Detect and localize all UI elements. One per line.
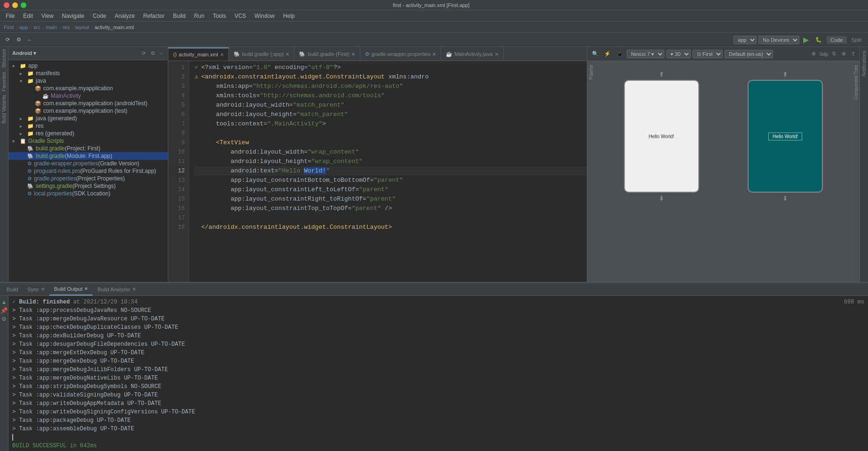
build-pin-btn[interactable]: 📌 <box>0 306 8 315</box>
debug-button[interactable]: 🐛 <box>813 36 825 44</box>
tree-item[interactable]: 🐘build.gradle (Module: First.app) <box>8 152 168 160</box>
menu-item-analyze[interactable]: Analyze <box>111 12 139 20</box>
code-line-16[interactable]: app:layout_constraintTop_toTopOf="parent… <box>195 204 587 213</box>
code-line-14[interactable]: app:layout_constraintLeft_toLeftOf="pare… <box>195 185 587 194</box>
tab-build-analyzer-close[interactable]: ✕ <box>132 287 136 292</box>
settings-button[interactable]: ⚙ <box>14 36 24 44</box>
code-line-2[interactable]: ⚠<androidx.constraintlayout.widget.Const… <box>195 72 587 82</box>
tree-item[interactable]: ⚙gradle-wrapper.properties (Gradle Versi… <box>8 160 168 167</box>
tree-item[interactable]: 📦com.example.myapplication (test) <box>8 107 168 115</box>
minimize-button[interactable] <box>12 2 18 8</box>
menu-item-run[interactable]: Run <box>190 12 208 20</box>
menu-item-navigate[interactable]: Navigate <box>58 12 88 20</box>
structure-panel-label[interactable]: Structure <box>1 47 7 70</box>
locale-select[interactable]: Default (en-us) <box>725 50 773 58</box>
split-view-button[interactable]: Split <box>848 36 865 44</box>
code-line-17[interactable] <box>195 213 587 223</box>
code-line-3[interactable]: xmlns:app="http://schemas.android.com/ap… <box>195 82 587 91</box>
component-tree-label[interactable]: Component Tree <box>853 63 859 102</box>
menu-item-build[interactable]: Build <box>169 12 189 20</box>
sync-button[interactable]: ⟳ <box>3 36 13 44</box>
tab-sync[interactable]: Sync ✕ <box>23 283 49 295</box>
tree-item[interactable]: ⚙gradle.properties (Project Properties) <box>8 175 168 182</box>
preview-zoom-btn[interactable]: ⚡ <box>602 50 613 58</box>
code-line-5[interactable]: android:layout_width="match_parent" <box>195 101 587 110</box>
tree-item[interactable]: 📦com.example.myapplication <box>8 85 168 92</box>
code-line-10[interactable]: android:layout_width="wrap_content" <box>195 148 587 157</box>
window-controls[interactable] <box>4 2 26 8</box>
build-variants-label[interactable]: Build Variants <box>1 93 7 125</box>
preview-tool1[interactable]: ⊕ <box>810 50 818 58</box>
device-preview-select[interactable]: Nexus 7 ▾ <box>627 50 664 58</box>
path-segment-5[interactable]: layout <box>75 24 89 30</box>
theme-first-select[interactable]: ⊙ First <box>693 50 723 58</box>
preview-tool2[interactable]: ⇅ <box>830 50 838 58</box>
notifications-label[interactable]: Notifications <box>861 49 867 78</box>
path-segment-4[interactable]: res <box>63 24 70 30</box>
code-line-9[interactable]: <TextView <box>195 138 587 148</box>
preview-tool3[interactable]: ⊗ <box>840 50 848 58</box>
panel-close-btn[interactable]: − <box>158 50 164 57</box>
api-select[interactable]: ▾ 30 <box>666 50 691 58</box>
tab-build[interactable]: Build <box>2 283 23 295</box>
menu-item-vcs[interactable]: VCS <box>231 12 250 20</box>
build-settings-btn[interactable]: ⚙ <box>0 315 8 323</box>
editor-tab-2[interactable]: 🐘build.gradle (First)✕ <box>294 47 360 61</box>
device-selector[interactable]: No Devices <box>758 36 799 44</box>
menu-item-file[interactable]: File <box>2 12 18 20</box>
tab-build-analyzer[interactable]: Build Analyzer ✕ <box>93 283 141 295</box>
code-line-18[interactable]: </androidx.constraintlayout.widget.Const… <box>195 223 587 232</box>
tree-item[interactable]: ☕MainActivity <box>8 92 168 100</box>
tree-item[interactable]: ⚙proguard-rules.pro (ProGuard Rules for … <box>8 167 168 175</box>
menu-item-refactor[interactable]: Refactor <box>140 12 168 20</box>
tree-item[interactable]: ▾📋Gradle Scripts <box>8 137 168 145</box>
tree-item[interactable]: ▸📁manifests <box>8 70 168 77</box>
build-up-btn[interactable]: ▲ <box>0 298 8 306</box>
code-line-11[interactable]: android:layout_height="wrap_content" <box>195 157 587 166</box>
tree-item[interactable]: ▸📁java (generated) <box>8 115 168 122</box>
code-line-4[interactable]: xmlns:tools="http://schemas.android.com/… <box>195 91 587 101</box>
tab-close-2[interactable]: ✕ <box>351 52 355 57</box>
code-view-button[interactable]: Code <box>827 36 846 44</box>
palette-label[interactable]: Palette <box>589 63 594 81</box>
tree-item[interactable]: 🐘build.gradle (Project: First) <box>8 145 168 152</box>
preview-tool4[interactable]: T <box>850 50 857 58</box>
panel-settings-btn[interactable]: ⚙ <box>149 50 157 57</box>
code-line-8[interactable] <box>195 129 587 138</box>
path-segment-0[interactable]: First <box>4 24 14 30</box>
tree-item[interactable]: 📦com.example.myapplication (androidTest) <box>8 100 168 107</box>
tree-item[interactable]: ▾📁app <box>8 62 168 70</box>
menu-item-tools[interactable]: Tools <box>209 12 230 20</box>
tab-sync-close[interactable]: ✕ <box>41 287 45 292</box>
code-line-6[interactable]: android:layout_height="match_parent" <box>195 110 587 119</box>
app-selector[interactable]: app <box>734 36 757 44</box>
code-line-13[interactable]: app:layout_constraintBottom_toBottomOf="… <box>195 176 587 185</box>
editor-tab-1[interactable]: 🐘build.gradle (:app)✕ <box>229 47 295 61</box>
tab-close-1[interactable]: ✕ <box>285 52 289 57</box>
editor-tab-3[interactable]: ⚙gradle-wrapper.properties✕ <box>360 47 441 61</box>
tree-item[interactable]: ▸📁res <box>8 122 168 130</box>
preview-rotate-btn[interactable]: 📱 <box>615 50 625 58</box>
collapse-button[interactable]: − <box>25 36 33 44</box>
run-button[interactable]: ▶ <box>801 35 811 44</box>
code-line-15[interactable]: app:layout_constraintRight_toRightOf="pa… <box>195 194 587 204</box>
code-line-12[interactable]: android:text="Hello World!" <box>195 166 587 176</box>
tree-item[interactable]: 🐘settings.gradle (Project Settings) <box>8 182 168 190</box>
code-line-1[interactable]: ✓<?xml version="1.0" encoding="utf-8"?> <box>195 63 587 72</box>
tab-close-3[interactable]: ✕ <box>432 52 436 57</box>
preview-icon-btn[interactable]: 🔍 <box>590 50 600 58</box>
tab-build-output[interactable]: Build Output ✕ <box>49 283 93 295</box>
favorites-panel-label[interactable]: Favorites <box>1 70 7 93</box>
editor-tab-4[interactable]: ☕MainActivity.java✕ <box>441 47 503 61</box>
menu-item-view[interactable]: View <box>38 12 57 20</box>
path-segment-3[interactable]: main <box>46 24 57 30</box>
tab-close-4[interactable]: ✕ <box>495 52 498 57</box>
tree-item[interactable]: ▾📁java <box>8 77 168 85</box>
code-line-7[interactable]: tools:context=".MainActivity"> <box>195 119 587 129</box>
menu-item-help[interactable]: Help <box>279 12 299 20</box>
close-button[interactable] <box>4 2 9 8</box>
tree-item[interactable]: ▸📁res (generated) <box>8 130 168 137</box>
menu-item-edit[interactable]: Edit <box>19 12 37 20</box>
menu-item-window[interactable]: Window <box>251 12 278 20</box>
tab-close-0[interactable]: ✕ <box>220 52 224 57</box>
